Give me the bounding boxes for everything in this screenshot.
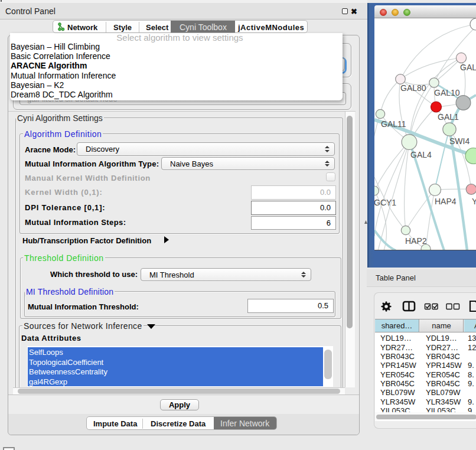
svg-text:GAL10: GAL10 [434,88,460,97]
svg-text:YM: YM [472,197,476,206]
svg-text:GAL4: GAL4 [410,150,432,159]
svg-text:SWI4: SWI4 [449,136,470,146]
svg-text:GAL11: GAL11 [381,119,406,129]
svg-text:GAL80: GAL80 [400,83,426,93]
svg-text:GAL7: GAL7 [460,63,476,72]
svg-text:GCY1: GCY1 [374,198,396,207]
svg-text:GAL1: GAL1 [438,112,459,122]
svg-text:HAP4: HAP4 [435,197,457,206]
svg-text:HAP2: HAP2 [405,236,427,246]
